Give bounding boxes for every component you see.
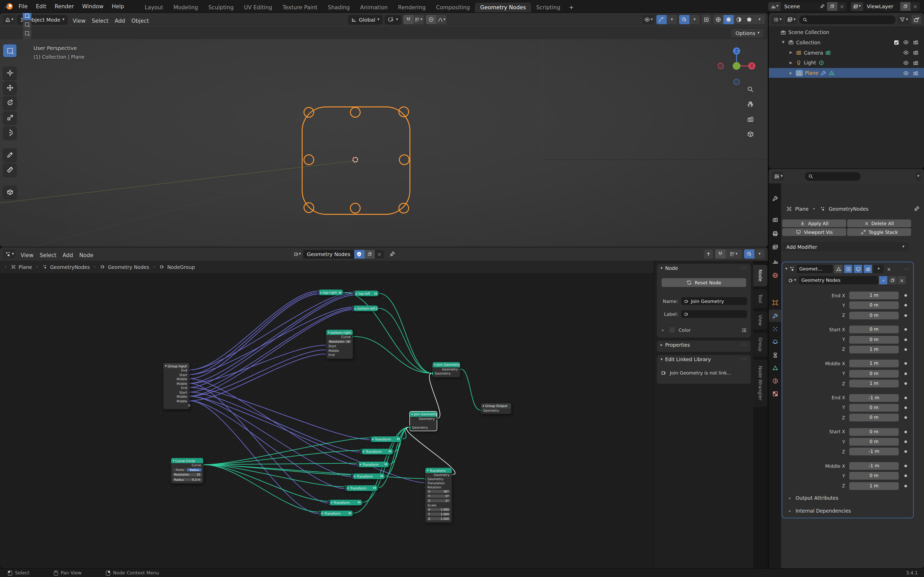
field-value-slider[interactable]: 0 m: [849, 414, 899, 421]
socket-geo[interactable]: [436, 418, 438, 420]
snap-settings-dropdown[interactable]: ▾: [414, 15, 424, 24]
node-overlays-dropdown[interactable]: ▾: [754, 249, 765, 259]
topbar-menu-help[interactable]: Help: [108, 0, 128, 12]
options-dropdown[interactable]: Options▾: [732, 29, 764, 37]
sidebar-tab-tool[interactable]: Tool: [753, 290, 767, 308]
field-value-slider[interactable]: 1 m: [849, 346, 899, 353]
field-value-slider[interactable]: 0 m: [849, 428, 899, 436]
transform-orientation-dropdown[interactable]: Global▾: [348, 15, 383, 24]
node-link-vector[interactable]: [190, 383, 329, 503]
node-enum[interactable]: PointsRadius: [173, 468, 202, 471]
outliner-label[interactable]: Light: [804, 60, 816, 66]
socket-int[interactable]: [170, 474, 172, 476]
node-header[interactable]: ▾Join Geometry: [433, 362, 460, 367]
breadcrumb-item[interactable]: GeometryNodes: [50, 264, 90, 270]
edit-linked-header[interactable]: ▾Edit Linked Library∷∷: [657, 355, 751, 364]
node-join-geometry-1[interactable]: ▾Join GeometryGeometryGeometry: [432, 361, 460, 377]
socket-vec[interactable]: [369, 440, 371, 442]
render-display-toggle[interactable]: [864, 265, 872, 273]
editor-type-nodes-button[interactable]: ▾: [3, 249, 16, 259]
breadcrumb-modifier[interactable]: GeometryNodes: [829, 206, 868, 211]
outliner-filter-dropdown[interactable]: ▾: [898, 15, 909, 24]
properties-panel-header[interactable]: ▸Properties∷∷: [657, 340, 751, 349]
socket-vec[interactable]: [360, 452, 362, 455]
socket-geo[interactable]: [409, 425, 411, 430]
unlink-node-group-button[interactable]: ×: [898, 276, 906, 284]
node-join-geometry-2[interactable]: ▾Join GeometryGeometryGeometry: [409, 411, 437, 431]
panel-grip[interactable]: ∷∷: [741, 266, 747, 271]
socket-geo[interactable]: [384, 475, 386, 477]
properties-search-input[interactable]: [805, 172, 860, 181]
node-name-field[interactable]: Join Geometry: [681, 297, 747, 305]
node-link-vector[interactable]: [190, 392, 361, 452]
animate-decorator[interactable]: [905, 396, 907, 399]
viewlayer-icon[interactable]: ▾: [851, 2, 863, 11]
viewport-vis-button[interactable]: Viewport Vis: [782, 228, 846, 236]
socket-vec[interactable]: [189, 396, 191, 398]
node-field-radius[interactable]: Radius0.2 m: [173, 478, 202, 481]
overlays-dropdown[interactable]: ▾: [690, 15, 700, 24]
node-link-vector[interactable]: [190, 401, 320, 514]
properties-tab-scene[interactable]: [769, 255, 781, 268]
disclosure-triangle[interactable]: ▶: [788, 50, 793, 55]
socket-geo[interactable]: [352, 336, 354, 338]
properties-tab-view-layer[interactable]: [769, 240, 781, 253]
sidebar-tab-node[interactable]: Node: [753, 265, 767, 287]
socket-geo[interactable]: [431, 372, 433, 376]
properties-tab-output[interactable]: [769, 227, 781, 240]
socket-geo[interactable]: [377, 487, 379, 489]
node-editor-menu-node[interactable]: Node: [76, 251, 97, 258]
select-mode-subtract[interactable]: [23, 29, 31, 37]
fake-user-toggle[interactable]: [879, 276, 887, 284]
breadcrumb-item[interactable]: NodeGroup: [167, 264, 195, 270]
topbar-menu-window[interactable]: Window: [78, 0, 108, 12]
pan-icon[interactable]: [746, 100, 754, 108]
edit-mode-display-toggle[interactable]: [834, 265, 843, 273]
disable-render-icon[interactable]: [913, 60, 919, 66]
disable-render-icon[interactable]: [913, 70, 919, 76]
delete-all-button[interactable]: ×Delete All: [847, 219, 911, 227]
viewport-menu-object[interactable]: Object: [128, 17, 152, 23]
select-mode-extend[interactable]: [23, 20, 31, 29]
node-field-x[interactable]: X90°: [427, 490, 450, 493]
animate-decorator[interactable]: [905, 304, 907, 307]
node-transform-main[interactable]: ▾TransformGeometryGeometryTranslationRot…: [425, 467, 452, 523]
shading-wireframe-button[interactable]: [713, 15, 724, 24]
node-link-geometry[interactable]: [343, 292, 432, 373]
field-value-slider[interactable]: 0 m: [849, 438, 899, 446]
properties-tab-render[interactable]: [769, 213, 781, 226]
field-value-slider[interactable]: 0 m: [849, 326, 899, 333]
reset-node-button[interactable]: Reset Node: [662, 278, 746, 287]
node-tree-icon[interactable]: [829, 70, 835, 76]
field-value-slider[interactable]: -1 m: [849, 462, 899, 470]
outliner-display-mode-dropdown[interactable]: ▾: [771, 15, 783, 24]
node-panel-header[interactable]: ▾Node∷∷: [657, 264, 751, 272]
socket-geo[interactable]: [202, 464, 204, 466]
properties-tab-world[interactable]: [769, 269, 781, 281]
transform-tool[interactable]: [3, 126, 16, 139]
toggle-stack-button[interactable]: Toggle Stack: [847, 228, 911, 236]
pin-icon[interactable]: [389, 251, 395, 257]
socket-geo[interactable]: [362, 501, 364, 503]
hide-viewport-icon[interactable]: [903, 70, 909, 76]
outliner-row-camera[interactable]: ▶Camera: [769, 48, 924, 58]
node-header[interactable]: ▾Join Geometry: [410, 411, 437, 416]
color-presets-icon[interactable]: [741, 327, 747, 333]
animate-decorator[interactable]: [905, 294, 907, 297]
socket-vec[interactable]: [325, 354, 327, 356]
overlays-toggle[interactable]: [679, 15, 690, 24]
node-field-resolution[interactable]: Resolution32: [173, 473, 202, 476]
viewport-menu-select[interactable]: Select: [89, 17, 111, 23]
browse-node-group-button[interactable]: ▾: [786, 276, 798, 284]
outliner-label[interactable]: Collection: [796, 40, 821, 45]
camera-data-icon[interactable]: [825, 50, 832, 56]
cage-display-toggle[interactable]: [844, 265, 852, 273]
socket-geo[interactable]: [352, 512, 354, 514]
socket-geo[interactable]: [378, 292, 380, 295]
node-label-field[interactable]: [681, 310, 747, 318]
outliner-row-collection[interactable]: ▼Collection: [769, 38, 924, 47]
outliner-filter-mode-dropdown[interactable]: ▾: [785, 15, 797, 24]
node-group-input[interactable]: ▾Group InputEndStartMiddleMiddleEndStart…: [163, 363, 190, 409]
modifier-name-field[interactable]: Geomet...: [796, 265, 833, 273]
field-value-slider[interactable]: -1 m: [849, 394, 899, 401]
